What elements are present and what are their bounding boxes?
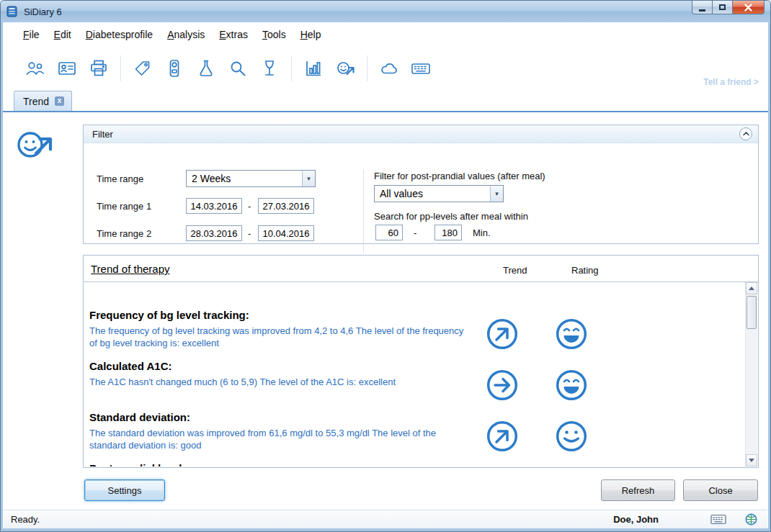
- search-button[interactable]: [222, 54, 254, 83]
- settings-button[interactable]: Settings: [84, 479, 165, 501]
- current-user: Doe, John: [613, 514, 659, 525]
- lab-flask-icon: [197, 59, 215, 78]
- title-bar[interactable]: SiDiary 6: [1, 1, 770, 22]
- row-title: Standard deviation:: [89, 410, 476, 425]
- tab-trend-label: Trend: [23, 96, 49, 107]
- toolbar-separator: [367, 55, 367, 81]
- arrow-up-icon: [749, 287, 754, 290]
- row-title: Calculated A1C:: [89, 359, 476, 374]
- pp-max-input[interactable]: [434, 225, 462, 240]
- lab-flask-button[interactable]: [190, 54, 222, 83]
- scrollbar-thumb[interactable]: [747, 296, 757, 329]
- trend-of-therapy-title: Trend of therapy: [91, 263, 170, 275]
- filter-panel: Filter Time range 2 Weeks ▾ Time range 1…: [83, 125, 759, 244]
- scroll-down-button[interactable]: [746, 454, 757, 466]
- time-range2-to-input[interactable]: [258, 225, 314, 241]
- rating-smiley-icon: [555, 369, 588, 402]
- trend-row-frequency: Frequency of bg level tracking: The freq…: [89, 308, 745, 359]
- keyboard-button[interactable]: [405, 54, 437, 83]
- time-range1-to-input[interactable]: [258, 198, 314, 214]
- minimize-button[interactable]: [692, 1, 713, 14]
- toolbar-separator: [291, 55, 292, 81]
- refresh-button[interactable]: Refresh: [601, 479, 675, 501]
- minimize-icon: [699, 9, 705, 12]
- row-title: Postprandial levels:: [89, 461, 476, 466]
- users-button[interactable]: [19, 54, 51, 83]
- pp-filter-label: Filter for post-prandial values (after m…: [374, 171, 545, 181]
- trend-arrow-icon: [486, 420, 519, 453]
- menu-file[interactable]: File: [17, 26, 46, 43]
- close-window-button[interactable]: [732, 1, 765, 14]
- search-icon: [228, 59, 247, 78]
- scroll-up-button[interactable]: [746, 282, 757, 294]
- rating-smiley-icon: [555, 420, 588, 453]
- menu-extras[interactable]: Extras: [213, 26, 254, 43]
- cloud-sync-button[interactable]: [373, 54, 405, 83]
- keyboard-icon: [411, 59, 431, 78]
- pp-unit-label: Min.: [473, 227, 491, 238]
- maximize-icon: [719, 4, 726, 10]
- trend-row-std-deviation: Standard deviation: The standard deviati…: [89, 410, 745, 461]
- close-tab-button[interactable]: Close: [683, 479, 758, 501]
- filter-divider: [363, 169, 364, 253]
- time-range-select[interactable]: 2 Weeks ▾: [186, 170, 316, 187]
- time-range2-label: Time range 2: [97, 228, 151, 239]
- arrow-down-icon: [749, 459, 754, 462]
- pp-filter-value: All values: [375, 188, 490, 199]
- users-icon: [25, 59, 45, 78]
- tab-strip: Trend x: [4, 90, 767, 111]
- scrollbar-track[interactable]: [746, 294, 757, 454]
- chevron-down-icon: ▾: [490, 186, 503, 202]
- keyboard-status-icon[interactable]: [710, 514, 726, 525]
- statistics-button[interactable]: [298, 54, 329, 83]
- app-logo-icon: [6, 6, 19, 17]
- menu-analysis[interactable]: Analysis: [161, 26, 211, 43]
- trend-arrow-icon: [486, 317, 519, 351]
- pp-search-label: Search for pp-levels after meal within: [374, 211, 528, 222]
- trend-row-a1c: Calculated A1C: The A1C hasn't changed m…: [89, 359, 745, 410]
- menu-diabetesprofile[interactable]: Diabetesprofile: [79, 26, 159, 43]
- filter-panel-header[interactable]: Filter: [84, 125, 758, 143]
- row-title: Frequency of bg level tracking:: [89, 308, 476, 323]
- print-button[interactable]: [83, 54, 115, 83]
- trend-button[interactable]: [329, 54, 361, 83]
- pp-dash: -: [414, 227, 416, 238]
- app-window: SiDiary 6 File Edit Diabetesprofile Anal…: [0, 0, 771, 532]
- maximize-button[interactable]: [713, 1, 732, 14]
- row-description: The frequency of bg level tracking was i…: [89, 325, 464, 349]
- time-range1-label: Time range 1: [97, 201, 151, 212]
- range1-dash: -: [248, 201, 251, 212]
- tab-close-icon[interactable]: x: [55, 96, 64, 106]
- tag-button[interactable]: [127, 54, 159, 83]
- menu-help[interactable]: Help: [294, 26, 328, 43]
- pp-filter-select[interactable]: All values ▾: [374, 185, 504, 202]
- menu-edit[interactable]: Edit: [48, 26, 78, 43]
- glass-button[interactable]: [254, 54, 285, 83]
- menu-bar: File Edit Diabetesprofile Analysis Extra…: [4, 22, 767, 47]
- trend-page-icon: [15, 127, 54, 167]
- contact-card-button[interactable]: [51, 54, 83, 83]
- window-title: SiDiary 6: [24, 6, 62, 17]
- collapse-panel-button[interactable]: [739, 127, 752, 140]
- tell-a-friend-link[interactable]: Tell a friend >: [703, 77, 759, 87]
- meter-device-button[interactable]: [159, 54, 190, 83]
- time-range1-from-input[interactable]: [186, 198, 242, 214]
- chevron-up-icon: [743, 132, 749, 136]
- filter-title: Filter: [92, 129, 113, 140]
- toolbar-separator: [120, 55, 121, 81]
- globe-icon[interactable]: [745, 513, 757, 526]
- time-range2-from-input[interactable]: [186, 225, 242, 241]
- chevron-down-icon: ▾: [302, 171, 315, 186]
- contact-card-icon: [58, 59, 76, 78]
- pp-min-input[interactable]: [375, 225, 403, 240]
- time-range-value: 2 Weeks: [187, 173, 302, 184]
- trend-column-header: Trend: [503, 265, 527, 276]
- statistics-icon: [304, 59, 323, 78]
- close-icon: [744, 4, 752, 12]
- tab-trend[interactable]: Trend x: [14, 91, 72, 111]
- status-text: Ready.: [11, 514, 40, 525]
- glass-icon: [260, 59, 279, 78]
- menu-tools[interactable]: Tools: [256, 26, 293, 43]
- cloud-icon: [380, 59, 398, 78]
- vertical-scrollbar[interactable]: [745, 282, 757, 466]
